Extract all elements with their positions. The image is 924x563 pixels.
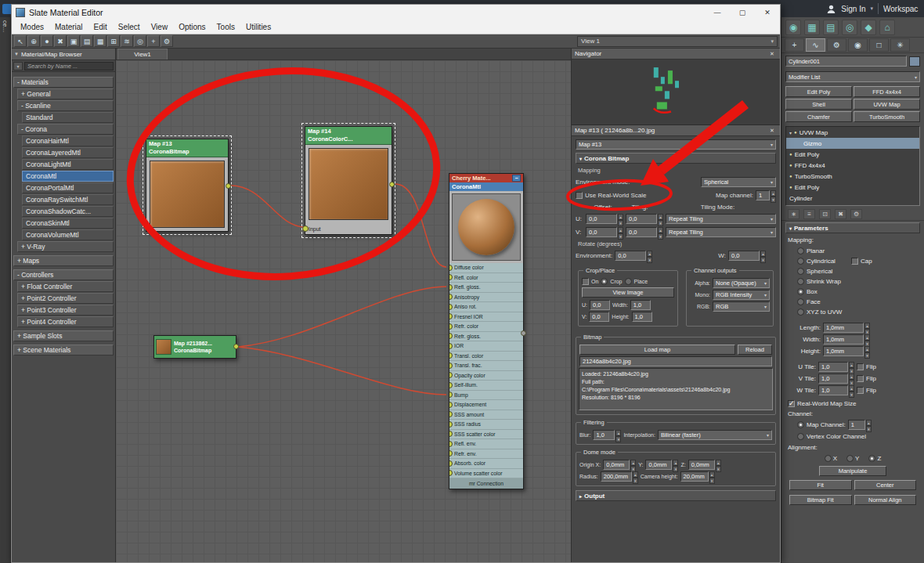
output-connector[interactable] (233, 344, 239, 349)
collapse-node-icon[interactable]: − (512, 175, 521, 182)
options-icon[interactable]: ⚙ (161, 35, 173, 47)
stack-uvw-map[interactable]: ▾●UVW Map (786, 127, 919, 138)
material-slot-anisotropy[interactable]: Anisotropy (449, 293, 523, 303)
radius-field[interactable]: 200,0mm (601, 471, 632, 482)
reload-button[interactable]: Reload (738, 345, 772, 355)
material-slot-self-illum[interactable]: Self-illum. (449, 381, 523, 391)
map-selector-dropdown[interactable]: Map #13 (576, 139, 776, 150)
material-slot-bump[interactable]: Bump (449, 391, 523, 401)
radio-icon[interactable] (797, 309, 804, 316)
output-connector[interactable] (226, 183, 231, 189)
map-channel-radio[interactable] (797, 421, 804, 428)
material-editor-icon[interactable]: ◉ (785, 20, 801, 35)
origin-y-field[interactable]: 0,0mm (645, 460, 672, 470)
radio-icon[interactable] (846, 455, 854, 462)
modifier-visibility-icon[interactable]: ● (789, 174, 792, 179)
axis-x[interactable]: X (825, 455, 837, 462)
configure-modifier-sets-icon[interactable]: ⚙ (850, 209, 862, 219)
map-channel-field[interactable]: 1 (756, 190, 770, 200)
spinner[interactable] (658, 214, 663, 224)
browser-item-scanline[interactable]: - Scanline (17, 100, 114, 111)
spinner[interactable] (864, 334, 870, 345)
browser-item-coronalayeredmtl[interactable]: CoronaLayeredMtl (22, 147, 114, 158)
menu-edit[interactable]: Edit (88, 23, 113, 31)
close-icon[interactable]: ✕ (767, 51, 777, 57)
cap-checkbox[interactable] (851, 258, 858, 265)
u-offset-field[interactable]: 0,0 (586, 214, 617, 224)
node-map14-coronacolorcorrect[interactable]: Map #14 CoronaColorC... Input (305, 126, 392, 235)
browser-item-coronamtl[interactable]: CoronaMtl (22, 171, 114, 182)
material-output-connector[interactable] (521, 330, 526, 336)
remove-modifier-icon[interactable]: ✖ (835, 209, 846, 219)
browser-item-v-ray[interactable]: + V-Ray (17, 241, 114, 252)
manipulate-button[interactable]: Manipulate (819, 466, 886, 476)
utilities-tab-icon[interactable]: ✳ (890, 38, 910, 52)
radio-icon[interactable] (868, 455, 875, 462)
shortcut-chamfer-button[interactable]: Chamfer (785, 111, 852, 122)
browser-item-materials[interactable]: - Materials (13, 77, 114, 88)
menu-modes[interactable]: Modes (15, 23, 49, 31)
sign-in-button[interactable]: Sign In (841, 5, 865, 13)
shortcut-shell-button[interactable]: Shell (785, 99, 852, 110)
menu-material[interactable]: Material (49, 23, 88, 31)
hierarchy-tab-icon[interactable]: ⚙ (827, 38, 846, 52)
browser-item-point3-controller[interactable]: + Point3 Controller (17, 305, 114, 316)
spinner[interactable] (866, 420, 872, 430)
origin-z-field[interactable]: 0,0mm (688, 460, 715, 470)
modifier-list-dropdown[interactable]: Modifier List (785, 71, 920, 82)
tile-field[interactable]: 1,0 (818, 362, 848, 372)
map-channel-field[interactable]: 1 (848, 420, 865, 430)
node-map13-coronabitmap[interactable]: Map #13 CoronaBitmap (146, 139, 229, 232)
menu-utilities[interactable]: Utilities (240, 23, 276, 31)
fit-button[interactable]: Fit (789, 480, 852, 490)
u-tiling-mode-dropdown[interactable]: Repeat Tiling (666, 214, 776, 224)
normal-align-button[interactable]: Normal Align (854, 495, 917, 505)
radio-icon[interactable] (797, 258, 804, 265)
shortcut-uvw-map-button[interactable]: UVW Map (854, 99, 920, 110)
motion-tab-icon[interactable]: ◉ (848, 38, 868, 52)
browser-item-coronalightmtl[interactable]: CoronaLightMtl (22, 159, 114, 170)
browser-item-coronashadowcatc[interactable]: CoronaShadowCatc... (22, 206, 114, 217)
window-title-bar[interactable]: Slate Material Editor — ▢ ✕ (12, 5, 780, 20)
material-slot-refr-env[interactable]: Refr. env. (449, 449, 523, 460)
dimension-field[interactable]: 1,0mm (823, 323, 864, 333)
v-tiling-mode-dropdown[interactable]: Repeat Tiling (666, 227, 776, 237)
stack-gizmo[interactable]: Gizmo (786, 138, 919, 149)
mapping-option-face[interactable]: Face (797, 298, 918, 306)
node-canvas[interactable]: Map #13 CoronaBitmap Map #14 CoronaColor… (116, 60, 571, 562)
spinner[interactable] (630, 460, 636, 470)
load-map-button[interactable]: Load map (579, 345, 735, 355)
make-unique-icon[interactable]: ⊡ (819, 209, 831, 219)
mapping-option-planar[interactable]: Planar (797, 247, 918, 255)
output-rollout[interactable]: ▸ Output (576, 490, 776, 501)
spinner[interactable] (673, 460, 678, 470)
crop-radio[interactable] (601, 278, 608, 285)
radio-icon[interactable] (797, 278, 804, 285)
tile-field[interactable]: 1,0 (818, 374, 848, 384)
mr-connection-slot[interactable]: mr Connection (449, 478, 523, 489)
state-sets-icon[interactable]: ◆ (861, 20, 876, 35)
layout-children-icon[interactable]: ≋ (121, 35, 133, 47)
crop-height-field[interactable]: 1,0 (632, 312, 652, 322)
origin-x-field[interactable]: 0,0mm (603, 460, 630, 470)
pin-stack-icon[interactable]: ∗ (788, 209, 799, 219)
workspace-grid-icon[interactable]: ⌂ (879, 20, 895, 35)
output-connector[interactable] (389, 182, 395, 187)
browser-item-coronavolumemtl[interactable]: CoronaVolumeMtl (22, 229, 114, 240)
expand-icon[interactable]: ▾ (789, 130, 792, 135)
menu-tools[interactable]: Tools (211, 23, 240, 31)
material-slot-refr-color[interactable]: Refr. color (449, 322, 523, 332)
spinner[interactable] (709, 471, 715, 482)
mono-dropdown[interactable]: RGB Intensity (713, 290, 770, 300)
bitmap-fit-button[interactable]: Bitmap Fit (789, 495, 852, 505)
real-world-map-size-checkbox[interactable] (788, 400, 795, 407)
material-slot-absorb-color[interactable]: Absorb. color (449, 459, 523, 469)
radio-icon[interactable] (797, 247, 804, 254)
modifier-visibility-icon[interactable]: ● (789, 152, 792, 157)
axis-y[interactable]: Y (846, 455, 859, 462)
spinner[interactable] (647, 251, 652, 261)
corona-bitmap-rollout[interactable]: ▾ Corona Bitmap (576, 153, 776, 164)
browser-item-sample-slots[interactable]: + Sample Slots (13, 330, 114, 341)
vertex-color-radio[interactable] (797, 433, 804, 440)
show-end-result-icon[interactable]: ≡ (803, 209, 815, 219)
